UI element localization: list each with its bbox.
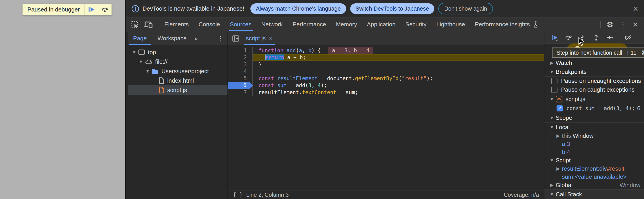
step-over-button-page[interactable] [98,4,111,15]
chevron-down-icon[interactable]: ▼ [144,69,151,74]
breakpoints-section-header[interactable]: ▼ Breakpoints [544,67,644,76]
chevron-down-icon[interactable]: ▼ [131,50,138,55]
watch-section-header[interactable]: ▶ Watch [544,58,644,67]
breakpoint-checkbox[interactable] [556,105,563,111]
cloud-icon [145,58,152,65]
chevron-right-icon[interactable]: ▶ [548,60,556,66]
breakpoint-file-group[interactable]: ▼ <> script.js [544,94,644,104]
resume-script-button[interactable] [84,4,98,15]
toolbar-divider [619,34,619,41]
call-stack-section-header[interactable]: ▼ Call Stack [544,189,644,199]
tree-item-file-protocol[interactable]: ▼ file:// [128,57,228,66]
gutter-line-4[interactable]: 4 [228,68,253,75]
cursor-position: Line 2, Column 3 [246,191,288,198]
gutter-line-2[interactable]: 2 [228,54,253,61]
tab-page[interactable]: Page [129,32,151,45]
tree-item-project-folder[interactable]: ▼ Users/user/project [128,66,228,76]
editor-tab-script-js[interactable]: script.js × [242,32,278,45]
hide-navigator-icon[interactable] [228,32,242,45]
scope-local-group[interactable]: ▼ Local [544,122,644,132]
scope-resultelement-entry[interactable]: ▶ resultElement: div#result [544,164,644,173]
code-line-4: 4 [228,68,544,75]
gutter-line-7[interactable]: 7 [228,89,253,96]
sources-panel: Page Workspace » ⋮ ▼ top ▼ [128,32,644,199]
step-into-button[interactable] [576,33,588,43]
scope-script-group[interactable]: ▼ Script [544,156,644,164]
chevron-down-icon[interactable]: ▼ [548,192,556,197]
info-icon [131,5,139,13]
pause-caught-exceptions-row[interactable]: Pause on caught exceptions [544,85,644,94]
tab-memory[interactable]: Memory [331,18,362,31]
navigator-pane: Page Workspace » ⋮ ▼ top ▼ [128,32,228,199]
dont-show-again-button[interactable]: Don't show again [438,3,493,15]
pause-caught-checkbox[interactable] [551,87,558,93]
deactivate-breakpoints-button[interactable] [622,33,634,43]
gutter-line-5[interactable]: 5 [228,75,253,82]
pause-uncaught-exceptions-row[interactable]: Pause on uncaught exceptions [544,76,644,85]
chevron-down-icon[interactable]: ▼ [548,158,556,163]
gutter-line-1[interactable]: 1 [228,47,253,54]
paused-banner-label: Paused in debugger [23,4,84,15]
global-value: Window [620,182,644,189]
chevron-down-icon[interactable]: ▼ [548,125,556,130]
tab-application[interactable]: Application [362,18,400,31]
tab-sources[interactable]: Sources [225,18,256,31]
step-over-icon [101,6,108,13]
navigator-menu-icon[interactable]: ⋮ [214,32,228,45]
tree-item-index-html[interactable]: index.html [128,76,228,85]
always-match-language-button[interactable]: Always match Chrome's language [250,3,346,14]
more-tabs-icon[interactable]: » [192,32,200,45]
close-tab-icon[interactable]: × [269,35,273,42]
scope-var-a[interactable]: a: 3 [544,140,644,148]
scope-section-header[interactable]: ▼ Scope [544,113,644,122]
step-button[interactable] [604,33,616,43]
resume-script-button[interactable] [548,33,560,43]
debugger-toolbar [544,32,644,44]
tree-item-top[interactable]: ▼ top [128,48,228,57]
step-out-button[interactable] [590,33,602,43]
scope-sum-entry[interactable]: sum: <value unavailable> [544,173,644,181]
tab-security[interactable]: Security [400,18,432,31]
tab-lighthouse[interactable]: Lighthouse [431,18,470,31]
inline-eval-hint: a = 3, b = 4 [328,47,373,54]
tree-item-script-js[interactable]: script.js [128,85,228,95]
tab-console[interactable]: Console [194,18,225,31]
scope-this-entry[interactable]: ▶ this: Window [544,132,644,140]
tab-performance-insights[interactable]: Performance insights [470,18,544,31]
chevron-down-icon[interactable]: ▼ [548,115,556,120]
inspect-element-icon[interactable] [131,20,139,29]
tab-performance[interactable]: Performance [288,18,331,31]
notification-close-icon[interactable]: × [633,4,638,13]
chevron-down-icon[interactable]: ▼ [548,97,556,102]
device-toolbar-icon[interactable] [144,20,153,29]
folder-icon [152,68,159,75]
pause-uncaught-checkbox[interactable] [551,78,558,84]
breakpoint-arrow[interactable]: 6 [228,82,253,89]
breakpoint-entry[interactable]: const sum = add(3, 4); 6 [544,104,644,113]
settings-gear-icon[interactable]: ⚙ [604,21,616,28]
code-line-3: 3 } [228,61,544,68]
tab-workspace[interactable]: Workspace [154,32,191,45]
code-line-1: 1 function add(a, b) {a = 3, b = 4 [228,47,544,54]
chevron-right-icon[interactable]: ▶ [554,133,562,138]
gutter-line-6[interactable]: 6 [228,82,253,89]
gutter-line-3[interactable]: 3 [228,61,253,68]
step-over-button[interactable] [562,33,574,43]
more-options-icon[interactable]: ⋮ [618,21,629,28]
switch-to-japanese-button[interactable]: Switch DevTools to Japanese [350,3,434,14]
tab-network[interactable]: Network [256,18,288,31]
close-devtools-icon[interactable]: × [630,20,640,29]
code-editor[interactable]: 1 function add(a, b) {a = 3, b = 4 2 ret… [228,45,544,190]
tab-elements[interactable]: Elements [159,18,194,31]
notification-bar: DevTools is now available in Japanese! A… [126,0,644,18]
scope-var-b[interactable]: b: 4 [544,148,644,156]
pretty-print-icon[interactable]: { } [233,191,242,198]
chevron-down-icon[interactable]: ▼ [138,59,144,64]
script-file-icon: <> [556,96,562,102]
code-line-5: 5 const resultElement = document.getElem… [228,75,544,82]
chevron-down-icon[interactable]: ▼ [548,69,556,75]
code-line-6-breakpoint: 6 const sum = add(3, 4); [228,82,544,89]
chevron-right-icon[interactable]: ▶ [548,182,556,188]
chevron-right-icon[interactable]: ▶ [554,166,562,171]
scope-global-group[interactable]: ▶ Global Window [544,181,644,189]
